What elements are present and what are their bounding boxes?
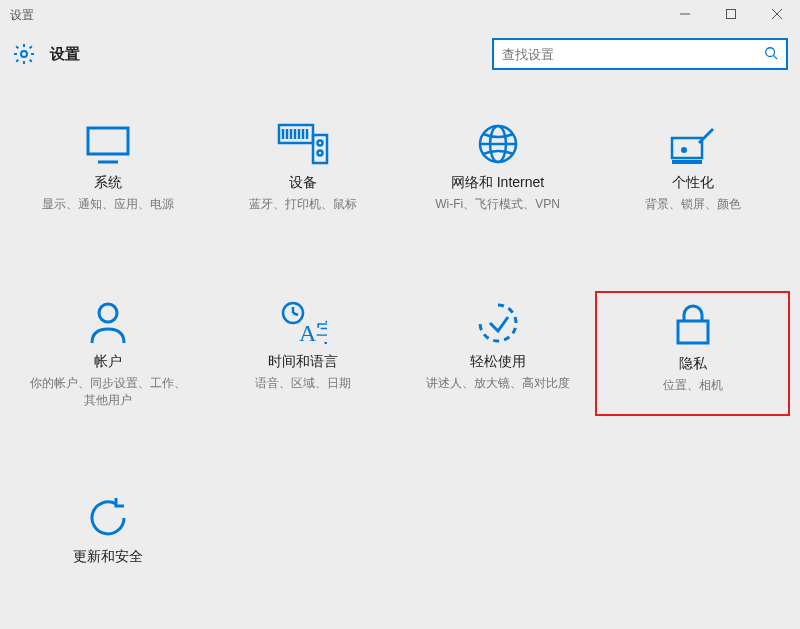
- tile-network[interactable]: 网络和 Internet Wi-Fi、飞行模式、VPN: [400, 112, 595, 221]
- title-bar: 设置: [0, 0, 800, 30]
- tile-desc: Wi-Fi、飞行模式、VPN: [435, 196, 560, 213]
- lock-icon: [674, 301, 712, 349]
- tile-title: 帐户: [94, 353, 122, 371]
- tile-ease-of-access[interactable]: 轻松使用 讲述人、放大镜、高对比度: [400, 291, 595, 417]
- monitor-icon: [84, 120, 132, 168]
- tile-desc: 语音、区域、日期: [255, 375, 351, 392]
- svg-point-18: [317, 141, 322, 146]
- window-title: 设置: [10, 7, 34, 24]
- tile-time-language[interactable]: A字 时间和语言 语音、区域、日期: [205, 291, 400, 417]
- minimize-button[interactable]: [662, 0, 708, 30]
- settings-grid: 系统 显示、通知、应用、电源 设备 蓝牙、打印机、鼠标: [0, 82, 800, 578]
- svg-rect-7: [88, 128, 128, 154]
- tile-desc: 讲述人、放大镜、高对比度: [426, 375, 570, 392]
- tile-devices[interactable]: 设备 蓝牙、打印机、鼠标: [205, 112, 400, 221]
- globe-icon: [476, 120, 520, 168]
- svg-point-19: [317, 151, 322, 156]
- tile-title: 隐私: [679, 355, 707, 373]
- tile-desc: 你的帐户、同步设置、工作、其他用户: [28, 375, 188, 409]
- tile-accounts[interactable]: 帐户 你的帐户、同步设置、工作、其他用户: [10, 291, 205, 417]
- person-icon: [88, 299, 128, 347]
- tile-privacy[interactable]: 隐私 位置、相机: [595, 291, 790, 417]
- tile-desc: 蓝牙、打印机、鼠标: [249, 196, 357, 213]
- search-icon: [764, 46, 778, 63]
- tile-desc: 显示、通知、应用、电源: [42, 196, 174, 213]
- svg-point-4: [21, 51, 27, 57]
- search-box[interactable]: [492, 38, 788, 70]
- svg-point-26: [99, 304, 117, 322]
- svg-rect-17: [313, 135, 327, 163]
- svg-point-25: [681, 147, 687, 153]
- svg-line-29: [293, 313, 298, 315]
- window-controls: [662, 0, 800, 30]
- tile-system[interactable]: 系统 显示、通知、应用、电源: [10, 112, 205, 221]
- page-title: 设置: [50, 45, 492, 64]
- tile-desc: 背景、锁屏、颜色: [645, 196, 741, 213]
- tile-title: 轻松使用: [470, 353, 526, 371]
- gear-icon: [12, 42, 36, 66]
- ease-icon: [476, 299, 520, 347]
- svg-point-5: [766, 47, 775, 56]
- tile-title: 系统: [94, 174, 122, 192]
- close-button[interactable]: [754, 0, 800, 30]
- tile-title: 个性化: [672, 174, 714, 192]
- devices-icon: [277, 120, 329, 168]
- svg-rect-23: [672, 138, 702, 158]
- paint-icon: [670, 120, 716, 168]
- tile-personalization[interactable]: 个性化 背景、锁屏、颜色: [595, 112, 790, 221]
- tile-title: 时间和语言: [268, 353, 338, 371]
- search-input[interactable]: [502, 47, 764, 62]
- maximize-button[interactable]: [708, 0, 754, 30]
- refresh-icon: [86, 494, 130, 542]
- tile-title: 更新和安全: [73, 548, 143, 566]
- svg-rect-1: [727, 10, 736, 19]
- tile-desc: 位置、相机: [663, 377, 723, 394]
- svg-rect-31: [678, 321, 708, 343]
- svg-line-6: [774, 55, 778, 59]
- header: 设置: [0, 30, 800, 82]
- tile-title: 网络和 Internet: [451, 174, 544, 192]
- time-language-icon: A字: [279, 299, 327, 347]
- tile-update-security[interactable]: 更新和安全: [10, 486, 205, 578]
- tile-title: 设备: [289, 174, 317, 192]
- svg-text:A字: A字: [299, 320, 327, 345]
